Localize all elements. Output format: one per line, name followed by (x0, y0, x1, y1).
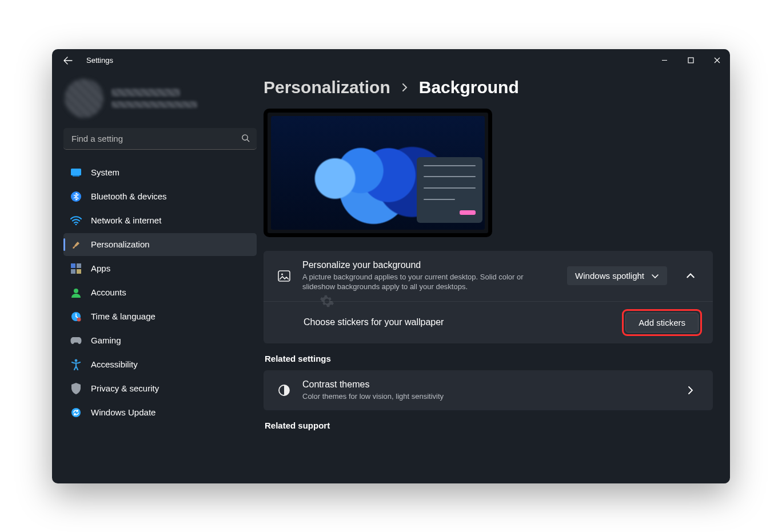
sidebar-item-label: Gaming (91, 335, 121, 345)
minimize-button[interactable] (651, 49, 677, 72)
chevron-right-icon (401, 83, 409, 91)
svg-rect-8 (71, 269, 75, 274)
maximize-icon (688, 57, 694, 63)
related-settings-heading: Related settings (265, 354, 713, 363)
avatar (65, 79, 103, 118)
background-preview (264, 109, 492, 237)
minimize-icon (661, 57, 668, 63)
svg-rect-15 (278, 271, 290, 281)
maximize-button[interactable] (677, 49, 704, 72)
open-contrast-button[interactable] (681, 381, 700, 400)
accounts-icon (70, 287, 82, 298)
chevron-down-icon (651, 272, 659, 280)
sidebar-item-personalization[interactable]: Personalization (63, 233, 257, 256)
profile-email-redacted (111, 101, 197, 108)
profile-text (111, 89, 197, 108)
bluetooth-icon (70, 191, 82, 202)
apps-icon (70, 263, 82, 274)
sidebar-item-label: Windows Update (91, 407, 155, 417)
background-type-dropdown[interactable]: Windows spotlight (567, 266, 667, 285)
sidebar-item-privacy[interactable]: Privacy & security (63, 377, 257, 400)
privacy-icon (70, 383, 82, 394)
window-title: Settings (86, 56, 113, 65)
sidebar-item-label: Apps (91, 263, 110, 273)
collapse-section-button[interactable] (681, 266, 700, 286)
personalize-desc: A picture background applies to your cur… (302, 272, 548, 292)
sidebar-item-time[interactable]: Time & language (63, 305, 257, 328)
svg-point-5 (75, 223, 77, 225)
sidebar-item-label: Accounts (91, 287, 126, 297)
contrast-title: Contrast themes (302, 379, 667, 390)
sidebar-item-label: Personalization (91, 239, 150, 249)
related-support-heading: Related support (265, 421, 713, 430)
close-icon (714, 57, 720, 63)
svg-point-14 (71, 408, 81, 417)
titlebar: Settings (52, 49, 730, 72)
contrast-desc: Color themes for low vision, light sensi… (302, 391, 548, 402)
svg-point-13 (75, 359, 78, 362)
search-input[interactable] (63, 128, 257, 150)
brush-icon (70, 239, 82, 250)
stickers-row: Choose stickers for your wallpaper Add s… (264, 301, 713, 343)
back-button[interactable] (57, 49, 79, 72)
sidebar-item-update[interactable]: Windows Update (63, 401, 257, 424)
stickers-title: Choose stickers for your wallpaper (304, 317, 613, 327)
svg-point-16 (281, 273, 283, 275)
svg-rect-2 (71, 169, 81, 175)
svg-rect-0 (688, 58, 693, 63)
preview-sample-window (417, 157, 482, 223)
svg-rect-7 (77, 263, 81, 268)
gaming-icon (70, 335, 82, 346)
sidebar-item-accounts[interactable]: Accounts (63, 281, 257, 304)
svg-rect-6 (71, 263, 75, 268)
sidebar-item-apps[interactable]: Apps (63, 257, 257, 280)
dropdown-value: Windows spotlight (575, 271, 644, 281)
personalize-title: Personalize your background (302, 260, 557, 270)
svg-rect-9 (77, 269, 81, 274)
time-icon (70, 311, 82, 322)
sidebar-item-label: Bluetooth & devices (91, 191, 167, 201)
wifi-icon (70, 215, 82, 226)
breadcrumb-parent[interactable]: Personalization (264, 78, 390, 97)
sidebar-item-accessibility[interactable]: Accessibility (63, 353, 257, 376)
sidebar-item-label: Privacy & security (91, 383, 159, 393)
sidebar-item-bluetooth[interactable]: Bluetooth & devices (63, 185, 257, 208)
contrast-icon (276, 384, 292, 397)
breadcrumb-current: Background (419, 78, 519, 97)
personalize-row: Personalize your background A picture ba… (264, 251, 713, 301)
system-icon (70, 167, 82, 178)
update-icon (70, 407, 82, 418)
svg-point-1 (242, 134, 248, 139)
settings-window: Settings (52, 49, 730, 483)
sidebar: System Bluetooth & devices Network & int… (52, 72, 264, 483)
close-button[interactable] (704, 49, 730, 72)
sidebar-item-label: Accessibility (91, 359, 138, 369)
breadcrumb: Personalization Background (264, 78, 713, 97)
content-pane[interactable]: Personalization Background (264, 72, 730, 483)
search-icon[interactable] (241, 134, 250, 144)
sidebar-item-label: Time & language (91, 311, 155, 321)
picture-icon (276, 269, 292, 283)
sidebar-item-gaming[interactable]: Gaming (63, 329, 257, 352)
add-stickers-button[interactable]: Add stickers (625, 313, 699, 333)
search-box (63, 128, 257, 150)
sidebar-item-network[interactable]: Network & internet (63, 209, 257, 232)
arrow-left-icon (63, 56, 73, 65)
accessibility-icon (70, 359, 82, 370)
annotation-highlight: Add stickers (624, 311, 700, 334)
profile-name-redacted (111, 89, 180, 97)
chevron-up-icon (686, 271, 695, 281)
svg-rect-3 (73, 175, 79, 177)
sidebar-item-system[interactable]: System (63, 161, 257, 184)
svg-point-10 (74, 289, 78, 293)
contrast-themes-card[interactable]: Contrast themes Color themes for low vis… (264, 370, 713, 411)
sidebar-item-label: System (91, 167, 119, 177)
window-controls (651, 49, 730, 72)
user-profile[interactable] (65, 79, 257, 118)
sidebar-item-label: Network & internet (91, 215, 161, 225)
personalize-card: Personalize your background A picture ba… (264, 251, 713, 343)
nav-list: System Bluetooth & devices Network & int… (63, 161, 257, 424)
svg-point-12 (77, 317, 81, 321)
chevron-right-icon (687, 386, 695, 394)
